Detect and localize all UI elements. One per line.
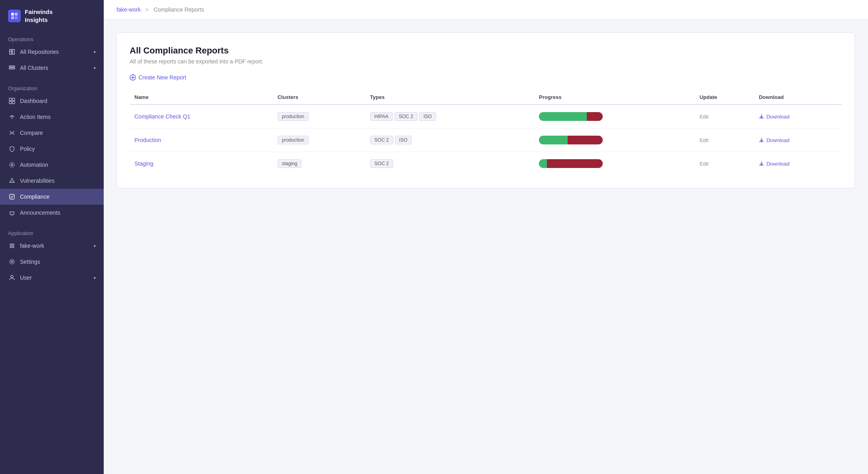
cluster-tag: production (278, 112, 309, 121)
svg-point-20 (11, 261, 13, 263)
announce-icon (8, 209, 16, 217)
svg-rect-8 (12, 98, 15, 101)
section-label-operations: Operations (0, 33, 104, 44)
user-icon (8, 274, 16, 282)
compliance-table: Name Clusters Types Progress Update Down… (130, 90, 842, 175)
svg-rect-10 (12, 101, 15, 104)
progress-green (539, 112, 587, 121)
col-progress: Progress (534, 90, 694, 105)
edit-button[interactable]: Edit (700, 114, 708, 120)
table-header: Name Clusters Types Progress Update Down… (130, 90, 842, 105)
type-tag: SOC 2 (370, 159, 393, 168)
sidebar-item-fake-work[interactable]: fake-work ▾ (0, 238, 104, 254)
report-name-0[interactable]: Compliance Check Q1 (134, 113, 190, 120)
chevron-down-icon: ▾ (94, 50, 96, 54)
download-icon (759, 137, 764, 143)
table-row: ProductionproductionSOC 2ISO Edit Downlo… (130, 128, 842, 152)
type-tag: SOC 2 (395, 112, 418, 121)
clusters-icon (8, 64, 16, 72)
app-name: FairwindsInsights (25, 8, 53, 24)
svg-rect-7 (9, 98, 12, 101)
breadcrumb-workspace[interactable]: fake-work (116, 6, 141, 13)
sidebar-item-settings[interactable]: Settings (0, 254, 104, 270)
automation-icon (8, 161, 16, 169)
sidebar-item-automation[interactable]: Automation (0, 157, 104, 173)
table-row: StagingstagingSOC 2 Edit Download (130, 152, 842, 176)
sidebar-item-policy[interactable]: Policy (0, 141, 104, 157)
svg-point-17 (12, 244, 14, 245)
download-label: Download (766, 137, 789, 143)
progress-red (547, 159, 603, 168)
sidebar-item-label: All Repositories (20, 49, 59, 55)
sidebar-item-label: User (20, 275, 32, 281)
svg-rect-3 (15, 16, 18, 19)
edit-button[interactable]: Edit (700, 137, 708, 143)
sidebar-item-all-repositories[interactable]: All Repositories ▾ (0, 44, 104, 60)
svg-point-18 (10, 246, 12, 248)
cluster-tag: production (278, 136, 309, 144)
type-tag: SOC 2 (370, 136, 393, 144)
breadcrumb-current: Compliance Reports (154, 6, 204, 13)
sidebar-item-action-items[interactable]: Action Items (0, 109, 104, 125)
download-button[interactable]: Download (759, 114, 789, 120)
table-row: Compliance Check Q1productionHIPAASOC 2I… (130, 105, 842, 128)
sidebar: FairwindsInsights Operations All Reposit… (0, 0, 104, 474)
type-tag: ISO (419, 112, 436, 121)
col-download: Download (754, 90, 842, 105)
chevron-down-icon: ▾ (94, 276, 96, 280)
sidebar-item-compliance[interactable]: Compliance (0, 189, 104, 205)
sidebar-item-vulnerabilities[interactable]: Vulnerabilities (0, 173, 104, 189)
edit-button[interactable]: Edit (700, 161, 708, 167)
sidebar-item-label: Vulnerabilities (20, 178, 55, 184)
progress-red (568, 136, 603, 144)
type-tag: ISO (395, 136, 412, 144)
sidebar-item-announcements[interactable]: Announcements (0, 205, 104, 221)
sidebar-item-all-clusters[interactable]: All Clusters ▾ (0, 60, 104, 76)
svg-point-12 (10, 162, 14, 167)
sidebar-item-label: Announcements (20, 209, 60, 216)
sidebar-item-compare[interactable]: Compare (0, 125, 104, 141)
repos-icon (8, 48, 16, 56)
compare-icon (8, 129, 16, 137)
cluster-tag: staging (278, 159, 302, 168)
breadcrumb-separator: > (146, 6, 149, 13)
svg-point-16 (10, 244, 12, 245)
download-button[interactable]: Download (759, 161, 789, 167)
compliance-icon (8, 193, 16, 201)
logo[interactable]: FairwindsInsights (0, 0, 104, 33)
download-button[interactable]: Download (759, 137, 789, 143)
vuln-icon (8, 177, 16, 185)
section-label-application: Application (0, 227, 104, 238)
app-icon (8, 242, 16, 250)
create-new-report-button[interactable]: Create New Report (130, 74, 186, 81)
col-clusters: Clusters (273, 90, 365, 105)
svg-point-21 (11, 275, 13, 278)
report-name-2[interactable]: Staging (134, 160, 153, 167)
compliance-reports-card: All Compliance Reports All of these repo… (116, 32, 855, 188)
section-label-organization: Organization (0, 82, 104, 93)
svg-point-11 (11, 164, 13, 166)
progress-bar (539, 159, 603, 168)
settings-icon (8, 258, 16, 266)
svg-point-19 (12, 246, 14, 248)
sidebar-item-label: Compliance (20, 194, 49, 200)
progress-bar (539, 136, 603, 144)
svg-rect-6 (9, 68, 15, 69)
sidebar-item-label: fake-work (20, 243, 44, 249)
col-name: Name (130, 90, 273, 105)
col-types: Types (365, 90, 535, 105)
report-name-1[interactable]: Production (134, 137, 161, 143)
policy-icon (8, 145, 16, 153)
content-area: All Compliance Reports All of these repo… (104, 20, 868, 201)
logo-icon (8, 10, 21, 22)
chevron-down-icon: ▾ (94, 66, 96, 70)
sidebar-item-label: Settings (20, 259, 40, 265)
download-icon (759, 114, 764, 119)
dashboard-icon (8, 97, 16, 105)
progress-bar (539, 112, 603, 121)
table-body: Compliance Check Q1productionHIPAASOC 2I… (130, 105, 842, 175)
sidebar-item-dashboard[interactable]: Dashboard (0, 93, 104, 109)
download-icon (759, 161, 764, 166)
sidebar-item-user[interactable]: User ▾ (0, 270, 104, 286)
sidebar-item-label: Dashboard (20, 98, 47, 104)
